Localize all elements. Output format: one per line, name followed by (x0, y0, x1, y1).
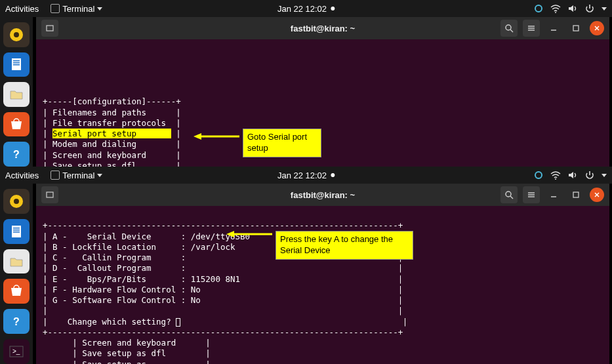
maximize-button[interactable] (567, 20, 584, 37)
hamburger-icon (527, 190, 536, 199)
terminal-icon (51, 171, 60, 180)
svg-marker-45 (226, 231, 234, 237)
svg-rect-7 (13, 64, 20, 66)
clock[interactable]: Jan 22 12:02 (277, 4, 335, 14)
menu-item-serial-port-setup[interactable]: Serial port setup (52, 129, 171, 138)
svg-rect-41 (573, 192, 579, 197)
top-panel-1: Activities Terminal Jan 22 12:02 (0, 0, 612, 17)
close-icon (594, 25, 600, 31)
minimize-icon (550, 191, 558, 199)
close-icon (594, 192, 600, 198)
close-button[interactable] (590, 188, 604, 202)
svg-rect-34 (47, 192, 53, 197)
files-app-icon[interactable] (3, 82, 30, 107)
software-center-icon[interactable] (3, 279, 30, 304)
document-app-icon[interactable] (3, 52, 30, 77)
help-app-icon[interactable]: ? (3, 309, 30, 334)
maximize-icon (572, 191, 580, 199)
hamburger-icon (527, 24, 536, 33)
new-tab-button[interactable] (41, 186, 58, 203)
svg-point-0 (535, 5, 542, 12)
menu-button[interactable] (523, 186, 540, 203)
svg-rect-10 (47, 26, 53, 31)
activities-button[interactable]: Activities (5, 171, 39, 180)
terminal-content-1[interactable]: +-----[configuration]------+ | Filenames… (36, 39, 609, 167)
files-app-icon[interactable] (3, 249, 30, 274)
volume-icon (567, 170, 578, 180)
terminal-window-1: fastbit@kiran: ~ +-----[configuration]--… (36, 17, 609, 167)
search-button[interactable] (500, 20, 518, 37)
maximize-icon (572, 24, 580, 32)
menu-pipe: | (171, 129, 181, 138)
callout-serial-port: Goto Serial port setup (243, 129, 321, 157)
svg-point-23 (555, 178, 556, 180)
minimize-button[interactable] (545, 186, 562, 203)
app-indicator[interactable]: Terminal (47, 3, 106, 15)
menu-item-modem[interactable]: | Modem and dialing | (43, 139, 181, 149)
window-title: fastbit@kiran: ~ (291, 190, 355, 200)
terminal-content-2[interactable]: +---------------------------------------… (36, 206, 609, 364)
menu-item-screen[interactable]: | Screen and keyboard | (43, 338, 211, 348)
menu-item-filetransfer[interactable]: | File transfer protocols | (43, 118, 181, 128)
activities-button[interactable]: Activities (5, 4, 39, 14)
callout-press-a: Press the key A to change the Serial Dev… (275, 231, 413, 260)
app-indicator[interactable]: Terminal (47, 169, 106, 182)
chevron-down-icon (97, 174, 102, 177)
launcher-1: ? (0, 17, 33, 167)
menu-item-filenames[interactable]: | Filenames and paths | (43, 108, 181, 117)
menu-item-screen[interactable]: | Screen and keyboard | (43, 150, 181, 160)
menu-item-savedfl[interactable]: | Save setup as dfl | (43, 161, 181, 167)
arrow-to-serial-device (226, 229, 272, 239)
setting-g-swflow[interactable]: | G - Software Flow Control : No | (43, 295, 403, 305)
svg-marker-21 (194, 133, 201, 140)
settings-border: +---------------------------------------… (43, 327, 403, 337)
software-center-icon[interactable] (3, 112, 30, 137)
svg-rect-6 (13, 62, 20, 64)
terminal-app-icon[interactable]: >_ (3, 339, 30, 364)
terminal-window-2: fastbit@kiran: ~ +----------------------… (36, 184, 609, 364)
svg-text:>_: >_ (12, 348, 20, 355)
launcher-2: ? >_ (0, 184, 33, 364)
setting-d-callout[interactable]: | D - Callout Program : | (43, 263, 403, 273)
app-name: Terminal (62, 171, 94, 180)
help-app-icon[interactable]: ? (3, 142, 30, 167)
speaker-app-icon[interactable] (3, 189, 30, 214)
menu-button[interactable] (523, 20, 540, 37)
input-source-icon (533, 3, 544, 14)
svg-point-1 (555, 12, 556, 13)
document-app-icon[interactable] (3, 219, 30, 244)
system-tray[interactable] (533, 3, 607, 14)
svg-rect-5 (13, 60, 20, 62)
svg-rect-17 (573, 26, 579, 31)
svg-point-22 (535, 172, 542, 178)
settings-blank: | | (43, 306, 403, 315)
svg-rect-27 (13, 228, 20, 229)
svg-point-3 (14, 32, 19, 37)
notification-dot-icon (331, 7, 335, 10)
input-source-icon (533, 170, 544, 180)
new-tab-button[interactable] (41, 20, 58, 37)
search-button[interactable] (500, 186, 518, 203)
menu-item-saveas[interactable]: | Save setup as.. | (43, 359, 211, 365)
chevron-down-icon (602, 7, 607, 10)
change-prompt-post: | (180, 317, 407, 327)
system-tray[interactable] (533, 170, 607, 180)
menu-pipe: | (43, 129, 52, 138)
search-icon (504, 190, 514, 199)
minimize-button[interactable] (545, 20, 562, 37)
power-icon (584, 3, 595, 14)
setting-e-bps[interactable]: | E - Bps/Par/Bits : 115200 8N1 | (43, 274, 403, 284)
menu-border: +-----[configuration]------+ (43, 96, 181, 106)
top-panel-2: Activities Terminal Jan 22 12:02 (0, 167, 612, 184)
menu-item-savedfl[interactable]: | Save setup as dfl | (43, 348, 211, 358)
clock[interactable]: Jan 22 12:02 (277, 171, 335, 180)
maximize-button[interactable] (567, 186, 584, 203)
close-button[interactable] (590, 21, 604, 35)
titlebar-1: fastbit@kiran: ~ (36, 17, 609, 39)
svg-line-12 (510, 30, 513, 32)
arrow-to-serial-port (194, 131, 239, 142)
speaker-app-icon[interactable] (3, 22, 30, 47)
svg-line-36 (510, 196, 513, 199)
setting-f-hwflow[interactable]: | F - Hardware Flow Control : No | (43, 285, 403, 294)
svg-text:?: ? (13, 149, 20, 160)
